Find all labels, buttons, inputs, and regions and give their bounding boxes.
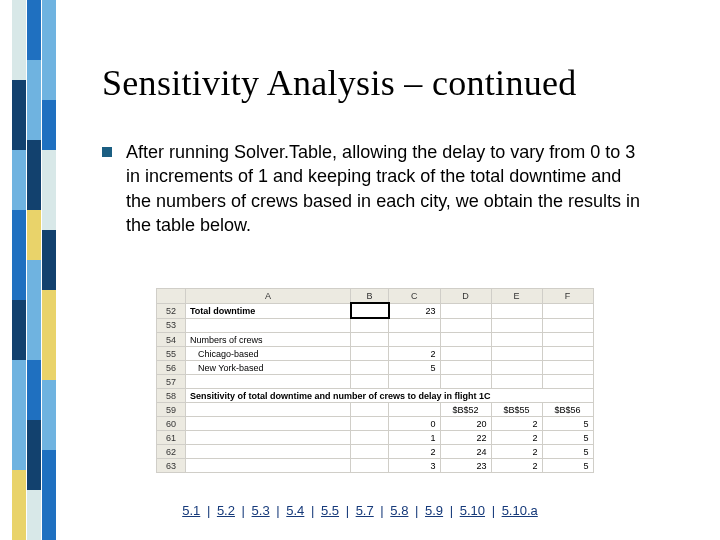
sheet-cell: 2 bbox=[389, 445, 441, 459]
nav-link[interactable]: 5.7 bbox=[354, 503, 376, 518]
sheet-cell: 24 bbox=[440, 445, 491, 459]
bullet-icon bbox=[102, 147, 112, 157]
sheet-cell bbox=[542, 303, 593, 318]
sheet-cell bbox=[351, 459, 389, 473]
sheet-cell: 2 bbox=[491, 417, 542, 431]
nav-separator: | bbox=[306, 503, 319, 518]
nav-link[interactable]: 5.4 bbox=[284, 503, 306, 518]
sheet-cell bbox=[186, 431, 351, 445]
bullet-text: After running Solver.Table, allowing the… bbox=[126, 140, 642, 237]
nav-separator: | bbox=[237, 503, 250, 518]
sheet-cell bbox=[186, 403, 351, 417]
sheet-row-header: 62 bbox=[157, 445, 186, 459]
sheet-row-header: 58 bbox=[157, 389, 186, 403]
sheet-cell bbox=[186, 375, 351, 389]
sheet-cell: $B$55 bbox=[491, 403, 542, 417]
sheet-cell: 3 bbox=[389, 459, 441, 473]
sheet-cell bbox=[491, 361, 542, 375]
sheet-row-header: 61 bbox=[157, 431, 186, 445]
sheet-cell: Numbers of crews bbox=[186, 333, 351, 347]
sheet-cell bbox=[351, 431, 389, 445]
sheet-row-header: 52 bbox=[157, 303, 186, 318]
slide-title: Sensitivity Analysis – continued bbox=[102, 62, 577, 104]
sheet-cell: 23 bbox=[440, 459, 491, 473]
sheet-cell bbox=[542, 318, 593, 333]
sheet-cell bbox=[440, 303, 491, 318]
decorative-left-bar bbox=[12, 0, 62, 540]
sheet-col-header: A bbox=[186, 289, 351, 304]
sheet-row-header: 55 bbox=[157, 347, 186, 361]
sheet-cell bbox=[351, 333, 389, 347]
sheet-cell bbox=[440, 375, 491, 389]
nav-link[interactable]: 5.3 bbox=[250, 503, 272, 518]
sheet-cell bbox=[186, 445, 351, 459]
slide-nav: 5.1 | 5.2 | 5.3 | 5.4 | 5.5 | 5.7 | 5.8 … bbox=[0, 503, 720, 518]
sheet-cell bbox=[351, 375, 389, 389]
sheet-cell bbox=[389, 403, 441, 417]
nav-separator: | bbox=[272, 503, 285, 518]
sheet-cell bbox=[186, 417, 351, 431]
nav-separator: | bbox=[487, 503, 500, 518]
sheet-cell bbox=[186, 318, 351, 333]
sheet-col-header: E bbox=[491, 289, 542, 304]
nav-link[interactable]: 5.5 bbox=[319, 503, 341, 518]
sheet-cell: 5 bbox=[542, 431, 593, 445]
nav-separator: | bbox=[376, 503, 389, 518]
sheet-cell: $B$56 bbox=[542, 403, 593, 417]
sheet-cell bbox=[389, 375, 441, 389]
sheet-cell bbox=[440, 361, 491, 375]
sheet-cell: 2 bbox=[491, 445, 542, 459]
sheet-row-header: 56 bbox=[157, 361, 186, 375]
sheet-row-header: 59 bbox=[157, 403, 186, 417]
sheet-cell bbox=[542, 361, 593, 375]
sheet-cell bbox=[491, 318, 542, 333]
slide-body: After running Solver.Table, allowing the… bbox=[102, 140, 642, 237]
sheet-row-header: 60 bbox=[157, 417, 186, 431]
sheet-corner bbox=[157, 289, 186, 304]
sheet-cell bbox=[491, 303, 542, 318]
sheet-cell bbox=[186, 459, 351, 473]
sheet-cell bbox=[351, 318, 389, 333]
sheet-cell bbox=[491, 347, 542, 361]
sheet-row-header: 54 bbox=[157, 333, 186, 347]
sheet-cell: 5 bbox=[542, 445, 593, 459]
sheet-row-header: 53 bbox=[157, 318, 186, 333]
nav-separator: | bbox=[410, 503, 423, 518]
nav-separator: | bbox=[341, 503, 354, 518]
sheet-cell bbox=[389, 318, 441, 333]
sheet-cell bbox=[351, 361, 389, 375]
sheet-cell bbox=[491, 375, 542, 389]
sheet-cell bbox=[491, 333, 542, 347]
nav-link[interactable]: 5.10.a bbox=[500, 503, 540, 518]
sheet-cell bbox=[542, 333, 593, 347]
sheet-cell: 5 bbox=[542, 459, 593, 473]
nav-link[interactable]: 5.1 bbox=[180, 503, 202, 518]
sheet-col-header: F bbox=[542, 289, 593, 304]
sheet-cell bbox=[542, 347, 593, 361]
sheet-col-header: B bbox=[351, 289, 389, 304]
nav-link[interactable]: 5.9 bbox=[423, 503, 445, 518]
sheet-cell: $B$52 bbox=[440, 403, 491, 417]
nav-link[interactable]: 5.8 bbox=[388, 503, 410, 518]
sheet-cell: 22 bbox=[440, 431, 491, 445]
nav-link[interactable]: 5.2 bbox=[215, 503, 237, 518]
sheet-cell: 5 bbox=[389, 361, 441, 375]
sheet-cell bbox=[440, 333, 491, 347]
sheet-row-header: 57 bbox=[157, 375, 186, 389]
sheet-cell: 1 bbox=[389, 431, 441, 445]
nav-link[interactable]: 5.10 bbox=[458, 503, 487, 518]
spreadsheet-mock: ABCDEF52Total downtime235354Numbers of c… bbox=[156, 288, 594, 473]
sheet-cell bbox=[440, 318, 491, 333]
sheet-cell: 2 bbox=[389, 347, 441, 361]
sheet-cell: Sensitivity of total downtime and number… bbox=[186, 389, 594, 403]
sheet-cell bbox=[351, 403, 389, 417]
sheet-cell bbox=[542, 375, 593, 389]
sheet-cell bbox=[440, 347, 491, 361]
sheet-cell: New York-based bbox=[186, 361, 351, 375]
sheet-cell bbox=[351, 445, 389, 459]
sheet-cell: Total downtime bbox=[186, 303, 351, 318]
sheet-row-header: 63 bbox=[157, 459, 186, 473]
sheet-cell: 23 bbox=[389, 303, 441, 318]
sheet-cell: 0 bbox=[389, 417, 441, 431]
sheet-cell: 2 bbox=[491, 431, 542, 445]
